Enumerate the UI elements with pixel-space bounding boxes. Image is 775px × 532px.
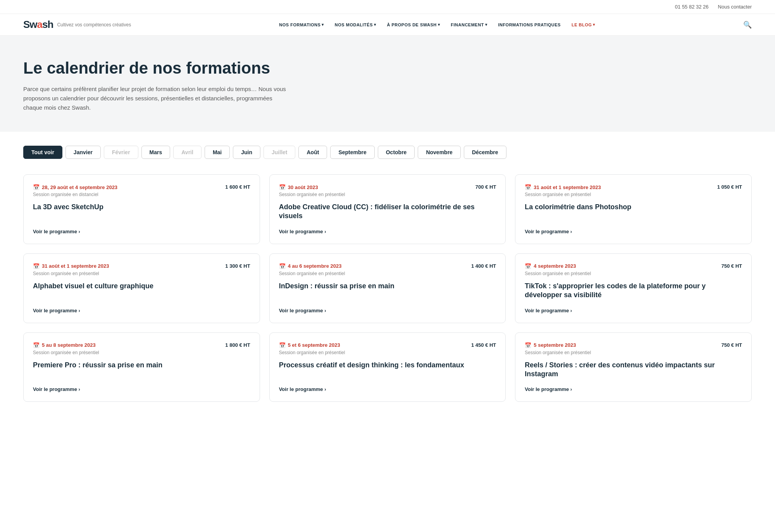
card-date: 📅 30 août 2023 bbox=[279, 184, 318, 190]
training-card: 📅 5 et 6 septembre 2023 1 450 € HT Sessi… bbox=[269, 332, 506, 402]
training-card: 📅 31 août et 1 septembre 2023 1 050 € HT… bbox=[515, 174, 752, 244]
card-title: Processus créatif et design thinking : l… bbox=[279, 361, 496, 379]
card-price: 1 050 € HT bbox=[717, 184, 742, 190]
phone-number: 01 55 82 32 26 bbox=[675, 4, 709, 10]
nav-formations[interactable]: NOS FORMATIONS bbox=[279, 22, 324, 27]
calendar-icon: 📅 bbox=[33, 263, 40, 269]
filter-tab-septembre[interactable]: Septembre bbox=[330, 146, 374, 159]
training-card: 📅 31 août et 1 septembre 2023 1 300 € HT… bbox=[23, 253, 260, 323]
search-button[interactable]: 🔍 bbox=[743, 21, 752, 29]
filter-tab-tout-voir[interactable]: Tout voir bbox=[23, 146, 62, 159]
card-link[interactable]: Voir le programme › bbox=[525, 229, 742, 234]
calendar-icon: 📅 bbox=[279, 342, 286, 348]
calendar-icon: 📅 bbox=[33, 184, 40, 190]
filter-tabs: Tout voirJanvierFévrierMarsAvrilMaiJuinJ… bbox=[23, 146, 752, 159]
nav-right: 🔍 bbox=[743, 21, 752, 29]
card-title: La colorimétrie dans Photoshop bbox=[525, 203, 742, 221]
filter-tab-octobre[interactable]: Octobre bbox=[378, 146, 415, 159]
card-title: TikTok : s'approprier les codes de la pl… bbox=[525, 282, 742, 300]
calendar-icon: 📅 bbox=[279, 263, 286, 269]
card-date: 📅 5 au 8 septembre 2023 bbox=[33, 342, 96, 348]
card-header: 📅 5 et 6 septembre 2023 1 450 € HT bbox=[279, 342, 496, 348]
card-date: 📅 31 août et 1 septembre 2023 bbox=[525, 184, 601, 190]
card-link[interactable]: Voir le programme › bbox=[279, 229, 496, 234]
header: Swash Cultivez vos compétences créatives… bbox=[0, 14, 775, 36]
filter-tab-août[interactable]: Août bbox=[298, 146, 327, 159]
card-price: 700 € HT bbox=[475, 184, 496, 190]
filter-tab-juin[interactable]: Juin bbox=[233, 146, 260, 159]
nav-modalites[interactable]: NOS MODALITÉS bbox=[335, 22, 376, 27]
card-session: Session organisée en présentiel bbox=[33, 271, 250, 276]
card-link[interactable]: Voir le programme › bbox=[279, 308, 496, 313]
card-header: 📅 4 septembre 2023 750 € HT bbox=[525, 263, 742, 269]
nav-apropos[interactable]: À PROPOS DE SWASH bbox=[387, 22, 440, 27]
page-title: Le calendrier de nos formations bbox=[23, 59, 752, 77]
filter-tab-décembre[interactable]: Décembre bbox=[464, 146, 506, 159]
card-session: Session organisée en présentiel bbox=[279, 271, 496, 276]
card-header: 📅 4 au 6 septembre 2023 1 400 € HT bbox=[279, 263, 496, 269]
card-title: Adobe Creative Cloud (CC) : fidéliser la… bbox=[279, 203, 496, 221]
card-date: 📅 5 et 6 septembre 2023 bbox=[279, 342, 340, 348]
card-title: Premiere Pro : réussir sa prise en main bbox=[33, 361, 250, 379]
calendar-icon: 📅 bbox=[525, 342, 531, 348]
filter-tab-mai[interactable]: Mai bbox=[205, 146, 230, 159]
card-header: 📅 28, 29 août et 4 septembre 2023 1 600 … bbox=[33, 184, 250, 190]
nav-financement[interactable]: FINANCEMENT bbox=[451, 22, 487, 27]
logo-tagline: Cultivez vos compétences créatives bbox=[57, 22, 131, 28]
card-header: 📅 30 août 2023 700 € HT bbox=[279, 184, 496, 190]
card-session: Session organisée en présentiel bbox=[279, 350, 496, 355]
calendar-icon: 📅 bbox=[279, 184, 286, 190]
filter-section: Tout voirJanvierFévrierMarsAvrilMaiJuinJ… bbox=[0, 132, 775, 167]
training-card: 📅 30 août 2023 700 € HT Session organisé… bbox=[269, 174, 506, 244]
card-link[interactable]: Voir le programme › bbox=[525, 308, 742, 313]
card-date: 📅 28, 29 août et 4 septembre 2023 bbox=[33, 184, 117, 190]
hero-section: Le calendrier de nos formations Parce qu… bbox=[0, 36, 775, 132]
training-card: 📅 4 au 6 septembre 2023 1 400 € HT Sessi… bbox=[269, 253, 506, 323]
card-session: Session organisée en présentiel bbox=[525, 350, 742, 355]
filter-tab-mars[interactable]: Mars bbox=[141, 146, 170, 159]
card-title: InDesign : réussir sa prise en main bbox=[279, 282, 496, 300]
filter-tab-juillet: Juillet bbox=[264, 146, 295, 159]
card-header: 📅 5 septembre 2023 750 € HT bbox=[525, 342, 742, 348]
training-card: 📅 5 au 8 septembre 2023 1 800 € HT Sessi… bbox=[23, 332, 260, 402]
card-link[interactable]: Voir le programme › bbox=[525, 386, 742, 392]
nav-blog[interactable]: LE BLOG bbox=[572, 22, 595, 27]
calendar-icon: 📅 bbox=[525, 184, 531, 190]
calendar-icon: 📅 bbox=[33, 342, 40, 348]
card-date: 📅 4 au 6 septembre 2023 bbox=[279, 263, 342, 269]
logo-area: Swash Cultivez vos compétences créatives bbox=[23, 19, 131, 31]
card-title: Reels / Stories : créer des contenus vid… bbox=[525, 361, 742, 379]
card-link[interactable]: Voir le programme › bbox=[33, 308, 250, 313]
card-header: 📅 31 août et 1 septembre 2023 1 050 € HT bbox=[525, 184, 742, 190]
card-title: Alphabet visuel et culture graphique bbox=[33, 282, 250, 300]
card-session: Session organisée en présentiel bbox=[33, 350, 250, 355]
training-card: 📅 28, 29 août et 4 septembre 2023 1 600 … bbox=[23, 174, 260, 244]
top-bar: 01 55 82 32 26 Nous contacter bbox=[0, 0, 775, 14]
card-title: La 3D avec SketchUp bbox=[33, 203, 250, 221]
nav-infos[interactable]: INFORMATIONS PRATIQUES bbox=[498, 22, 561, 27]
filter-tab-avril: Avril bbox=[173, 146, 202, 159]
card-link[interactable]: Voir le programme › bbox=[33, 386, 250, 392]
contact-link[interactable]: Nous contacter bbox=[718, 4, 752, 10]
card-date: 📅 31 août et 1 septembre 2023 bbox=[33, 263, 109, 269]
card-date: 📅 4 septembre 2023 bbox=[525, 263, 576, 269]
card-price: 1 300 € HT bbox=[225, 263, 250, 269]
card-session: Session organisée en présentiel bbox=[525, 271, 742, 276]
card-price: 750 € HT bbox=[722, 263, 742, 269]
training-card: 📅 5 septembre 2023 750 € HT Session orga… bbox=[515, 332, 752, 402]
filter-tab-novembre[interactable]: Novembre bbox=[418, 146, 460, 159]
card-price: 1 600 € HT bbox=[225, 184, 250, 190]
card-header: 📅 31 août et 1 septembre 2023 1 300 € HT bbox=[33, 263, 250, 269]
main-nav: NOS FORMATIONS NOS MODALITÉS À PROPOS DE… bbox=[279, 22, 595, 27]
card-link[interactable]: Voir le programme › bbox=[279, 386, 496, 392]
card-price: 750 € HT bbox=[722, 342, 742, 348]
cards-section: 📅 28, 29 août et 4 septembre 2023 1 600 … bbox=[0, 167, 775, 425]
filter-tab-janvier[interactable]: Janvier bbox=[65, 146, 101, 159]
page-description: Parce que certains préfèrent planifier l… bbox=[23, 84, 287, 112]
card-date: 📅 5 septembre 2023 bbox=[525, 342, 576, 348]
logo[interactable]: Swash bbox=[23, 19, 53, 31]
card-price: 1 450 € HT bbox=[471, 342, 496, 348]
card-link[interactable]: Voir le programme › bbox=[33, 229, 250, 234]
card-session: Session organisée en distanciel bbox=[33, 192, 250, 197]
card-price: 1 400 € HT bbox=[471, 263, 496, 269]
